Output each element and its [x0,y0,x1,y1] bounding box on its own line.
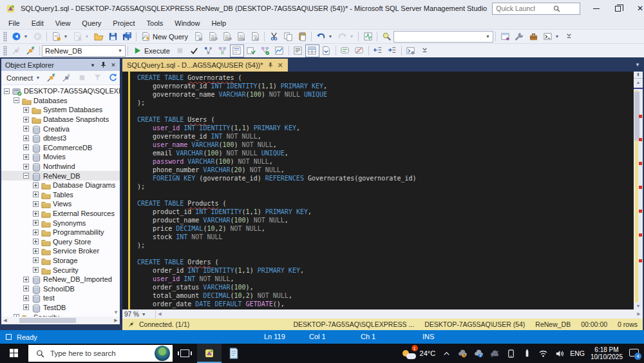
chevron-down-icon[interactable]: ▼ [63,34,68,39]
toolbar-grip[interactable] [3,46,7,56]
open-file-button[interactable] [91,30,106,43]
tree-item-security[interactable]: Security [1,265,120,275]
chevron-down-icon[interactable]: ▼ [84,34,90,39]
execute-button[interactable]: Execute [130,44,173,57]
usb-device-icon[interactable] [522,348,532,358]
activity-monitor-button[interactable] [361,30,375,43]
phone-link-icon[interactable] [506,348,516,358]
tree-item-database-snapshots[interactable]: Database Snapshots [1,115,120,124]
toolbar-options-button[interactable] [562,30,576,43]
collapse-icon[interactable] [4,88,10,94]
cancel-executing-query-button[interactable] [173,44,187,57]
tree-item-query-store[interactable]: Query Store [1,237,120,247]
save-all-button[interactable] [120,30,134,43]
results-to-grid-button[interactable] [305,44,319,57]
intellisense-enabled-button[interactable] [244,44,258,57]
results-to-file-button[interactable] [319,44,334,57]
stop-button[interactable] [75,72,90,84]
tree-item-renew-db-imported[interactable]: ReNew_DB_Imported [1,275,120,284]
tab-close-icon[interactable]: ✕ [278,61,283,70]
collapse-icon[interactable] [14,97,19,103]
close-panel-icon[interactable]: ✕ [108,62,118,68]
zoom-selector[interactable]: 97 % ▼ [122,310,156,319]
chevron-down-icon[interactable]: ▼ [23,34,28,39]
chevron-up-icon[interactable] [441,348,451,358]
available-databases[interactable]: ReNew_DB▼ [42,45,126,57]
as-query-button[interactable]: AS [248,30,262,43]
tree-item-synonyms[interactable]: Synonyms [1,218,120,228]
expand-icon[interactable] [23,154,29,160]
expand-icon[interactable] [23,144,29,150]
split-window-handle[interactable]: ⬍ [634,72,643,79]
pin-icon[interactable] [98,61,108,69]
scroll-down-icon[interactable]: ▼ [113,309,118,315]
expand-icon[interactable] [33,220,39,226]
object-explorer-hscrollbar[interactable]: ◀ ▶ [1,317,120,324]
tree-item-databases[interactable]: Databases [1,96,120,106]
expand-icon[interactable] [23,286,29,291]
connect-button[interactable] [9,44,23,57]
restore-button[interactable] [607,0,629,17]
tree-item-northwind[interactable]: Northwind [1,162,120,172]
registered-servers-button[interactable] [498,30,512,43]
scroll-up-icon[interactable]: ▲ [113,87,118,93]
scroll-right-icon[interactable]: ▶ [635,311,643,317]
chevron-down-icon[interactable]: ▼ [328,34,333,39]
toolbar-grip[interactable] [3,32,7,42]
menu-window[interactable]: Window [169,18,205,28]
copy-button[interactable] [281,30,295,43]
action-center-button[interactable]: 4 [629,348,640,358]
expand-icon[interactable] [33,211,39,217]
minimize-button[interactable] [585,0,607,17]
tree-item-renew-db[interactable]: ReNew_DB [1,171,120,181]
onedrive-personal-icon[interactable]: 8 [457,348,468,358]
menu-project[interactable]: Project [107,18,140,28]
code-editor[interactable]: CREATE TABLE Governorates ( governorate_… [122,72,643,309]
expand-icon[interactable] [33,201,39,207]
tree-item-schooldb[interactable]: SchoolDB [1,284,120,293]
paste-button[interactable] [295,30,309,43]
tree-item-external-resources[interactable]: External Resources [1,209,120,219]
search-highlight-image[interactable] [155,346,170,361]
query-options-button[interactable] [230,44,244,57]
weather-widget[interactable]: 1 24°C [402,348,436,359]
language-indicator[interactable]: ENG [570,349,585,357]
comment-selection-button[interactable] [338,44,352,57]
sqlcmd-mode-button[interactable] [404,44,418,57]
display-estimated-plan-button[interactable] [216,44,230,57]
tab-list-chevron-icon[interactable]: ▼ [635,62,640,68]
close-button[interactable]: ✕ [629,0,644,17]
analyze-query-in-dta-button[interactable] [202,44,216,57]
new-query-button[interactable]: New Query [138,30,191,43]
scroll-up-icon[interactable]: ▲ [634,79,643,86]
database-engine-query-button[interactable] [191,30,205,43]
menu-view[interactable]: View [50,18,77,28]
menu-tools[interactable]: Tools [141,18,169,28]
uncomment-selection-button[interactable] [352,44,366,57]
tree-item-system-databases[interactable]: System Databases [1,105,120,115]
scroll-down-icon[interactable]: ▼ [634,302,643,309]
expand-icon[interactable] [33,191,39,197]
tree-item-dbtest3[interactable]: dbtest3 [1,133,120,143]
expand-icon[interactable] [23,135,29,141]
expand-icon[interactable] [33,267,39,273]
results-to-text-button[interactable] [291,44,305,57]
disconnect-button[interactable] [60,72,74,84]
add-item-button[interactable]: ▼ [70,30,91,43]
tab-pin-icon[interactable] [268,62,273,69]
analysis-services-xmla-query-button[interactable]: XML [234,30,248,43]
scroll-left-icon[interactable]: ◀ [1,318,9,323]
tree-item-programmability[interactable]: Programmability [1,228,120,237]
increase-indent-button[interactable] [385,44,399,57]
navigate-forward-button[interactable] [30,30,44,43]
expand-icon[interactable] [33,230,39,235]
editor-vscrollbar[interactable]: ⬍ ▲ ▼ [634,72,643,309]
tree-item-ecommercedb[interactable]: ECommerceDB [1,143,120,153]
tree-item-movies[interactable]: Movies [1,152,120,162]
new-item-button[interactable]: ▼ [49,30,70,43]
expand-icon[interactable] [23,126,29,132]
refresh-button[interactable] [106,72,120,84]
live-query-statistics-button[interactable] [272,44,287,57]
taskbar-clock[interactable]: 6:18 PM 10/10/2025 [591,346,623,360]
redo-button[interactable]: ▼ [335,30,356,43]
